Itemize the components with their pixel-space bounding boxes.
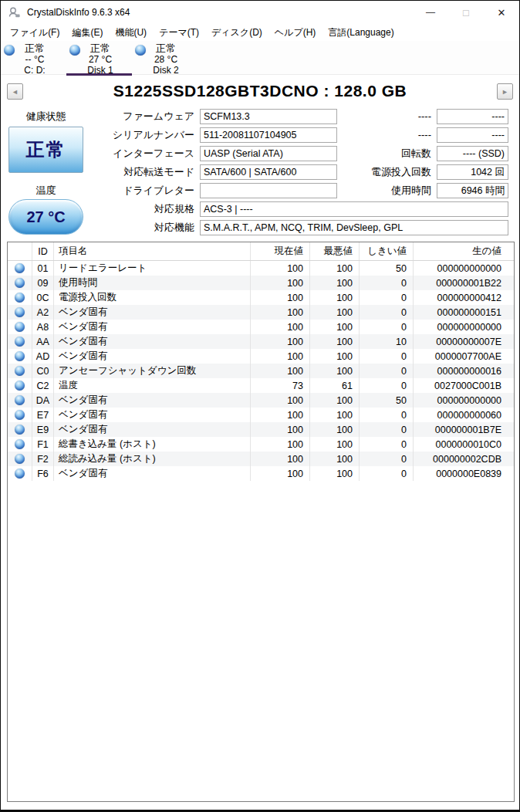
power-on-count-label: 電源投入回数 (371, 164, 431, 180)
menu-item-theme[interactable]: テーマ(T) (153, 25, 205, 41)
attribute-raw-value: 000000000412 (414, 290, 514, 305)
attribute-id: F2 (32, 452, 54, 466)
attribute-worst-value: 100 (310, 276, 360, 290)
attribute-current-value: 100 (251, 408, 310, 422)
menu-item-edit[interactable]: 編集(E) (66, 25, 109, 41)
minimize-button[interactable]: — (413, 1, 448, 24)
next-disk-button[interactable]: ► (497, 83, 513, 100)
disk-tab-c-d[interactable]: 正常-- °CC: D: (1, 41, 66, 75)
smart-attribute-row-DA[interactable]: DAベンダ固有10010050000000000000 (8, 393, 514, 408)
attribute-name: リードエラーレート (54, 261, 251, 276)
attribute-name: 総書き込み量 (ホスト) (54, 437, 251, 452)
attribute-current-value: 100 (251, 364, 310, 378)
smart-attribute-row-C2[interactable]: C2温度736100027000C001B (8, 378, 514, 393)
header-worst-value: 最悪値 (310, 242, 360, 260)
smart-attribute-row-F1[interactable]: F1総書き込み量 (ホスト)10010000000000010C0 (8, 437, 514, 452)
attribute-status-orb-icon (15, 366, 25, 376)
attribute-name: ベンダ固有 (54, 334, 251, 349)
attribute-raw-value: 000000001B22 (414, 276, 514, 290)
standard-value: ACS-3 | ---- (200, 201, 508, 217)
attribute-raw-value: 000000001B7E (414, 422, 514, 437)
maximize-button[interactable]: □ (448, 1, 484, 24)
smart-attribute-row-AD[interactable]: ADベンダ固有10010000000007700AE (8, 349, 514, 364)
attribute-status-orb-icon (15, 322, 25, 332)
smart-attribute-row-F6[interactable]: F6ベンダ固有10010000000000E0839 (8, 466, 514, 481)
attribute-id: C0 (32, 364, 54, 378)
menu-item-function[interactable]: 機能(U) (109, 25, 153, 41)
attribute-status-orb-icon (15, 337, 25, 347)
attribute-worst-value: 100 (310, 437, 360, 452)
rotation-rate-label: 回転数 (401, 146, 431, 161)
attribute-name: ベンダ固有 (54, 466, 251, 481)
smart-attribute-row-AA[interactable]: AAベンダ固有1001001000000000007E (8, 334, 514, 349)
rotation-rate-value: ---- (SSD) (437, 146, 508, 161)
attribute-threshold: 0 (360, 466, 414, 481)
attribute-raw-value: 0000007700AE (414, 349, 514, 364)
field-rotation-rate: 回転数 ---- (SSD) (1, 146, 519, 161)
field-power-on-count: 電源投入回数 1042 回 (1, 164, 519, 180)
smart-table-body: 01リードエラーレート1001005000000000000009使用時間100… (8, 261, 514, 481)
smart-attribute-row-0C[interactable]: 0C電源投入回数1001000000000000412 (8, 290, 514, 305)
attribute-id: F1 (32, 437, 54, 452)
attribute-id: E9 (32, 422, 54, 437)
smart-attribute-row-C0[interactable]: C0アンセーフシャットダウン回数1001000000000000016 (8, 364, 514, 378)
attribute-threshold: 10 (360, 334, 414, 349)
attribute-raw-value: 0027000C001B (414, 378, 514, 393)
attribute-worst-value: 100 (310, 364, 360, 378)
standard-label: 対応規格 (154, 201, 194, 217)
disk-tab-disk-2[interactable]: 正常28 °CDisk 2 (132, 41, 198, 75)
disk-tab-temperature: 28 °C (144, 54, 187, 65)
attribute-id: 09 (32, 276, 54, 290)
smart-attribute-row-E9[interactable]: E9ベンダ固有1001000000000001B7E (8, 422, 514, 437)
crystaldiskinfo-window: CrystalDiskInfo 9.6.3 x64 — □ ✕ ファイル(F)編… (0, 0, 520, 812)
disk-tab-name: Disk 1 (79, 65, 122, 76)
unknown-2-label: ---- (418, 127, 431, 143)
attribute-name: 総読み込み量 (ホスト) (54, 452, 251, 466)
close-button[interactable]: ✕ (484, 1, 519, 24)
smart-table-header: ID 項目名 現在値 最悪値 しきい値 生の値 (8, 242, 514, 261)
attribute-name: ベンダ固有 (54, 305, 251, 320)
previous-disk-button[interactable]: ◄ (7, 83, 23, 100)
attribute-current-value: 100 (251, 452, 310, 466)
attribute-threshold: 0 (360, 276, 414, 290)
disk-tab-bar: 正常-- °CC: D:正常27 °CDisk 1正常28 °CDisk 2 (1, 41, 519, 75)
smart-attribute-row-09[interactable]: 09使用時間1001000000000001B22 (8, 276, 514, 290)
disk-tab-disk-1[interactable]: 正常27 °CDisk 1 (66, 41, 132, 75)
attribute-current-value: 100 (251, 466, 310, 481)
attribute-worst-value: 100 (310, 290, 360, 305)
attribute-raw-value: 000000000016 (414, 364, 514, 378)
smart-attribute-row-E7[interactable]: E7ベンダ固有1001000000000000060 (8, 408, 514, 422)
attribute-current-value: 100 (251, 261, 310, 276)
attribute-current-value: 100 (251, 393, 310, 408)
attribute-status-orb-icon (15, 263, 25, 273)
attribute-current-value: 100 (251, 320, 310, 334)
smart-attribute-row-01[interactable]: 01リードエラーレート10010050000000000000 (8, 261, 514, 276)
drive-title: S1225SSD128GBT3DCNO : 128.0 GB (1, 78, 519, 104)
attribute-current-value: 100 (251, 305, 310, 320)
menu-item-file[interactable]: ファイル(F) (4, 25, 66, 41)
attribute-name: ベンダ固有 (54, 320, 251, 334)
attribute-worst-value: 100 (310, 452, 360, 466)
attribute-current-value: 100 (251, 290, 310, 305)
power-on-hours-value: 6946 時間 (437, 183, 508, 198)
attribute-id: A2 (32, 305, 54, 320)
menu-item-help[interactable]: ヘルプ(H) (268, 25, 322, 41)
attribute-worst-value: 100 (310, 349, 360, 364)
attribute-worst-value: 100 (310, 261, 360, 276)
header-threshold: しきい値 (360, 242, 414, 260)
smart-attribute-row-A2[interactable]: A2ベンダ固有1001000000000000151 (8, 305, 514, 320)
attribute-worst-value: 61 (310, 378, 360, 393)
attribute-id: A8 (32, 320, 54, 334)
disk-tab-status: 正常 (79, 43, 122, 54)
attribute-status-orb-icon (15, 469, 25, 479)
field-standard: 対応規格 ACS-3 | ---- (1, 201, 519, 217)
attribute-current-value: 100 (251, 437, 310, 452)
title-bar: CrystalDiskInfo 9.6.3 x64 — □ ✕ (1, 1, 519, 24)
attribute-worst-value: 100 (310, 466, 360, 481)
attribute-id: F6 (32, 466, 54, 481)
menu-item-language[interactable]: 言語(Language) (322, 25, 400, 41)
smart-attribute-row-A8[interactable]: A8ベンダ固有1001000000000000000 (8, 320, 514, 334)
smart-attribute-row-F2[interactable]: F2総読み込み量 (ホスト)1001000000000002CDB (8, 452, 514, 466)
menu-item-disk[interactable]: ディスク(D) (205, 25, 268, 41)
disk-tab-name: Disk 2 (144, 65, 187, 76)
